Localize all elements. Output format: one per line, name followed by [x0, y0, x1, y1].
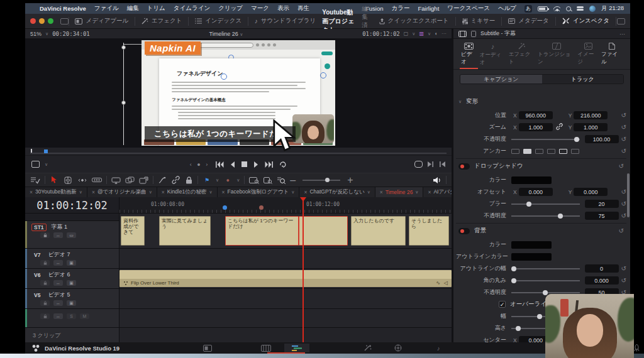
timeline-marker-blue[interactable] [223, 205, 227, 210]
transform-handle[interactable] [121, 45, 126, 50]
video-lane-v6[interactable]: Flip Over Lower Third ∿◁ [119, 269, 452, 289]
sound-library-button[interactable]: ♪ サウンドライブラリ [248, 14, 323, 29]
outline-width-slider[interactable] [511, 268, 580, 269]
menu-mark[interactable]: マーク [251, 4, 269, 13]
timeline-tab[interactable]: ×Kindle1位の秘密∨ [157, 187, 218, 197]
reset-icon[interactable]: ↺ [619, 188, 626, 195]
page-fusion-icon[interactable] [355, 344, 380, 352]
subtitle-clip-selected[interactable] [299, 216, 348, 246]
trim-edit-mode-icon[interactable] [63, 176, 73, 185]
opacity-slider[interactable] [511, 139, 580, 140]
grade-wheel-icon[interactable]: ◐ [435, 31, 438, 36]
corner-field[interactable]: 0.000 [585, 276, 619, 285]
match-frame-icon[interactable] [31, 161, 40, 168]
menu-clock[interactable]: 月 21:28 [601, 4, 624, 13]
track-name[interactable]: ビデオ 6 [48, 271, 70, 279]
anchor-buttons[interactable] [511, 149, 579, 154]
tab-video[interactable]: ビデオ [460, 42, 478, 69]
reset-icon[interactable]: ↺ [619, 277, 626, 284]
subtitle-clip[interactable]: 資料作成ができて [121, 216, 145, 246]
lock-track-icon[interactable] [40, 313, 50, 319]
track-header-v6[interactable]: V6ビデオ 6 ↔▣ [25, 269, 119, 289]
subtitle-clip[interactable]: そうしましたら [409, 216, 449, 246]
input-method-icon[interactable]: あ [525, 5, 532, 13]
minimize-window-icon[interactable] [39, 18, 45, 24]
background-toggle[interactable] [458, 228, 470, 234]
transition-handle-icon[interactable]: ◁ [444, 280, 448, 286]
subtitle-clip[interactable]: 入力したものです [351, 216, 406, 246]
page-color-icon[interactable] [386, 344, 411, 352]
stop-button[interactable] [242, 161, 247, 167]
track-id-badge[interactable]: V6 [31, 271, 43, 279]
outline-width-field[interactable]: 0 [585, 264, 619, 273]
subtitle-clip[interactable]: 実際に見てみましょう [159, 216, 211, 246]
menu-view[interactable]: 表示 [277, 4, 289, 13]
tab-audio[interactable]: ♪ オーディオ [478, 42, 507, 69]
media-pool-button[interactable]: メディアプール [69, 14, 135, 29]
segment-track[interactable]: トラック [542, 75, 624, 84]
gang-mode-icon[interactable]: ▢ [404, 31, 409, 36]
replace-clip-icon[interactable] [139, 176, 148, 185]
menu-help[interactable]: ヘルプ [498, 4, 516, 13]
timeline-options-icon[interactable] [30, 176, 40, 185]
flag-icon[interactable]: ⚑ [203, 176, 211, 185]
timeline-ruler[interactable]: 01:00:08:00 01:00:12:00 [119, 197, 452, 214]
lock-track-icon[interactable] [40, 232, 50, 238]
overwrite-clip-icon[interactable] [125, 176, 135, 185]
override-size-checkbox[interactable]: ✓ [499, 301, 506, 308]
scrubber-position[interactable] [44, 149, 48, 153]
timeline-tab-active[interactable]: ×Timeline 26∨ [375, 187, 424, 197]
audio-monitor-icon[interactable] [433, 176, 441, 185]
dual-screen-icon[interactable] [60, 17, 69, 26]
timeline-viewer[interactable]: ファネルデザイン ファネルデザインの基本概念 Napkin AI [25, 39, 452, 148]
shadow-blur-field[interactable]: 20 [585, 200, 619, 208]
reset-icon[interactable]: ↺ [619, 212, 626, 219]
shadow-offset-y-field[interactable]: 0.000 [574, 188, 608, 196]
menu-clip[interactable]: クリップ [218, 4, 243, 13]
track-name[interactable]: 字幕 1 [52, 223, 68, 231]
timeline-tab[interactable]: ×ChatGPTが反応しない∨ [299, 187, 375, 197]
shadow-opacity-field[interactable]: 75 [585, 212, 619, 220]
anchor-option[interactable] [547, 149, 555, 154]
lock-track-icon[interactable] [40, 260, 50, 266]
viewer-options-icon[interactable]: ··· [441, 31, 447, 36]
auto-select-icon[interactable]: ↔ [53, 300, 63, 306]
bg-opacity-slider[interactable] [511, 292, 580, 293]
next-keyframe-icon[interactable] [428, 161, 434, 167]
spotlight-icon[interactable] [566, 6, 571, 11]
shadow-color-swatch[interactable] [511, 176, 552, 184]
timeline-marker-brown[interactable] [259, 205, 264, 210]
tab-transition[interactable]: トランジション [536, 42, 576, 69]
track-name[interactable]: ビデオ 5 [48, 291, 70, 299]
subtitle-lane[interactable]: 資料作成ができて 実際に見てみましょう こちらは私が 1つのキーワードだけ 入力… [119, 214, 452, 249]
viewer-zoom-select[interactable]: 51% [30, 31, 42, 37]
control-center-icon[interactable] [577, 6, 584, 11]
wifi-icon[interactable] [553, 6, 560, 11]
menu-trim[interactable]: トリム [147, 4, 165, 13]
menu-app-name[interactable]: DaVinci Resolve [40, 5, 86, 12]
drop-shadow-toggle[interactable] [458, 163, 470, 170]
metadata-button[interactable]: メタデータ [502, 14, 555, 29]
fusion-title-clip[interactable]: Flip Over Lower Third ∿◁ [119, 270, 452, 287]
video-lane-v7[interactable] [119, 249, 452, 269]
selection-tool-icon[interactable] [50, 176, 58, 185]
chevron-down-icon[interactable]: ∨ [428, 31, 431, 36]
timeline-tab[interactable]: ×@でオリジナル楽曲∨ [87, 187, 157, 197]
loop-range-icon[interactable] [414, 161, 423, 168]
custom-zoom-icon[interactable] [277, 176, 286, 185]
step-back-button[interactable] [230, 161, 235, 168]
prev-keyframe-icon[interactable] [439, 161, 445, 167]
window-controls[interactable] [30, 18, 53, 24]
auto-select-icon[interactable]: ↔ [53, 260, 63, 266]
retime-curve-icon[interactable] [158, 176, 167, 185]
zoom-y-field[interactable]: 1.000 [574, 123, 608, 131]
reset-icon[interactable]: ↺ [619, 265, 626, 272]
mixer-button[interactable]: ミキサー [456, 14, 502, 29]
track-id-badge[interactable]: ST1 [31, 224, 47, 231]
track-id-badge[interactable]: V7 [31, 251, 43, 259]
shadow-opacity-slider[interactable] [511, 215, 580, 217]
position-x-field[interactable]: 960.000 [519, 111, 553, 119]
bg-color-swatch[interactable] [511, 241, 552, 249]
inspector-options-icon[interactable]: ··· [619, 31, 625, 37]
timeline-view-zoom-icon[interactable] [249, 176, 259, 185]
